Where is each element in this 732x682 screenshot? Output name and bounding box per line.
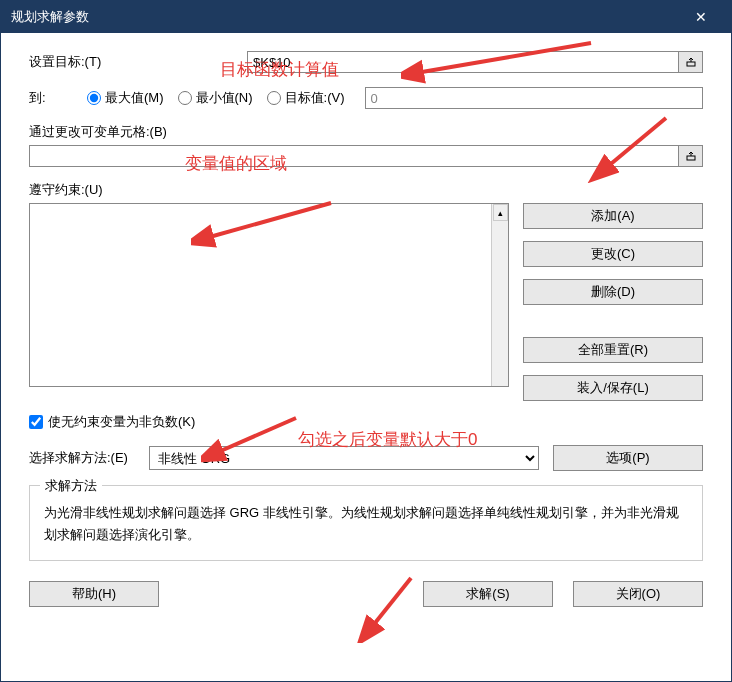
label-constraints: 遵守约束:(U)	[29, 181, 703, 199]
label-objective: 设置目标:(T)	[29, 53, 117, 71]
groupbox-title: 求解方法	[40, 477, 102, 495]
method-groupbox: 求解方法 为光滑非线性规划求解问题选择 GRG 非线性引擎。为线性规划求解问题选…	[29, 485, 703, 561]
objective-ref-input	[247, 51, 703, 73]
add-button[interactable]: 添加(A)	[523, 203, 703, 229]
solve-button[interactable]: 求解(S)	[423, 581, 553, 607]
svg-rect-5	[687, 62, 695, 66]
footer: 帮助(H) 求解(S) 关闭(O)	[29, 581, 703, 607]
radio-group-to: 最大值(M) 最小值(N) 目标值:(V)	[87, 89, 345, 107]
ref-picker-icon[interactable]	[679, 51, 703, 73]
scroll-up-icon[interactable]: ▴	[493, 204, 508, 221]
solver-dialog: 规划求解参数 ✕ 目标函数计算值 变量值的区域 勾选之后变量默认大于0 设置目标…	[0, 0, 732, 682]
help-button[interactable]: 帮助(H)	[29, 581, 159, 607]
label-to: 到:	[29, 89, 87, 107]
radio-valueof[interactable]: 目标值:(V)	[267, 89, 345, 107]
close-icon[interactable]: ✕	[681, 1, 721, 33]
row-nonneg: 使无约束变量为非负数(K)	[29, 413, 703, 431]
scrollbar[interactable]: ▴	[491, 204, 508, 386]
load-save-button[interactable]: 装入/保存(L)	[523, 375, 703, 401]
row-to: 到: 最大值(M) 最小值(N) 目标值:(V)	[29, 87, 703, 109]
change-button[interactable]: 更改(C)	[523, 241, 703, 267]
nonneg-checkbox[interactable]: 使无约束变量为非负数(K)	[29, 413, 195, 431]
dialog-content: 目标函数计算值 变量值的区域 勾选之后变量默认大于0 设置目标:(T) 到: 最…	[1, 33, 731, 681]
window-title: 规划求解参数	[11, 8, 89, 26]
constraints-area: ▴ 添加(A) 更改(C) 删除(D) 全部重置(R) 装入/保存(L)	[29, 203, 703, 401]
row-changing	[29, 145, 703, 167]
close-button[interactable]: 关闭(O)	[573, 581, 703, 607]
label-changing: 通过更改可变单元格:(B)	[29, 123, 703, 141]
constraint-buttons: 添加(A) 更改(C) 删除(D) 全部重置(R) 装入/保存(L)	[523, 203, 703, 401]
options-button[interactable]: 选项(P)	[553, 445, 703, 471]
label-method: 选择求解方法:(E)	[29, 449, 149, 467]
changing-input[interactable]	[29, 145, 679, 167]
radio-max[interactable]: 最大值(M)	[87, 89, 164, 107]
objective-input[interactable]	[247, 51, 679, 73]
method-select[interactable]: 非线性 GRG	[149, 446, 539, 470]
row-method: 选择求解方法:(E) 非线性 GRG 选项(P)	[29, 445, 703, 471]
groupbox-text: 为光滑非线性规划求解问题选择 GRG 非线性引擎。为线性规划求解问题选择单纯线性…	[44, 496, 688, 546]
svg-rect-6	[687, 156, 695, 160]
ref-picker-icon[interactable]	[679, 145, 703, 167]
target-value-input[interactable]	[365, 87, 704, 109]
row-objective: 设置目标:(T)	[29, 51, 703, 73]
titlebar: 规划求解参数 ✕	[1, 1, 731, 33]
reset-all-button[interactable]: 全部重置(R)	[523, 337, 703, 363]
delete-button[interactable]: 删除(D)	[523, 279, 703, 305]
constraints-listbox[interactable]: ▴	[29, 203, 509, 387]
radio-min[interactable]: 最小值(N)	[178, 89, 253, 107]
